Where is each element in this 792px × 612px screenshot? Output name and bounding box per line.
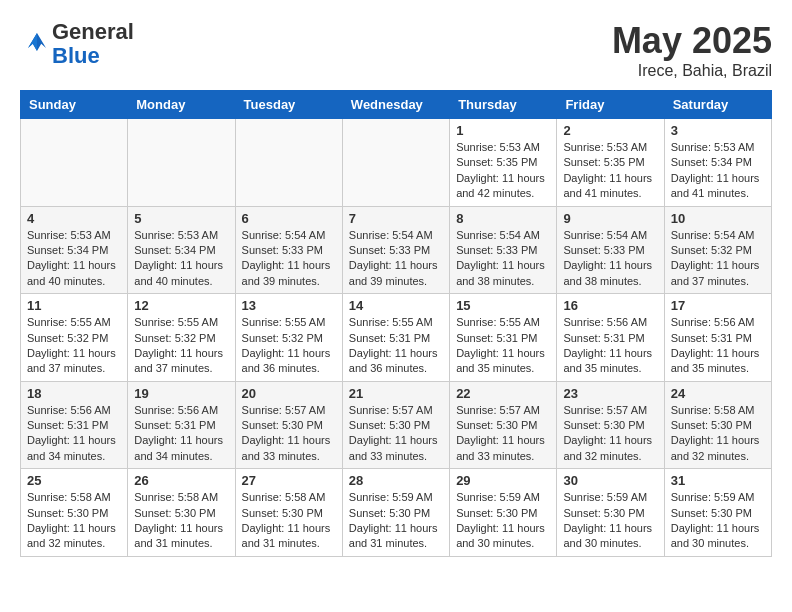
title-block: May 2025 Irece, Bahia, Brazil [612,20,772,80]
logo-icon [22,27,52,57]
calendar-week-1: 1Sunrise: 5:53 AMSunset: 5:35 PMDaylight… [21,119,772,207]
day-info: Sunrise: 5:57 AMSunset: 5:30 PMDaylight:… [349,403,443,465]
day-number: 14 [349,298,443,313]
day-info: Sunrise: 5:54 AMSunset: 5:33 PMDaylight:… [349,228,443,290]
calendar-header-sunday: Sunday [21,91,128,119]
day-number: 24 [671,386,765,401]
day-info: Sunrise: 5:57 AMSunset: 5:30 PMDaylight:… [563,403,657,465]
calendar-header-friday: Friday [557,91,664,119]
calendar-cell: 4Sunrise: 5:53 AMSunset: 5:34 PMDaylight… [21,206,128,294]
day-number: 22 [456,386,550,401]
day-number: 26 [134,473,228,488]
calendar-cell: 16Sunrise: 5:56 AMSunset: 5:31 PMDayligh… [557,294,664,382]
calendar-cell: 21Sunrise: 5:57 AMSunset: 5:30 PMDayligh… [342,381,449,469]
day-number: 28 [349,473,443,488]
calendar-cell [21,119,128,207]
day-info: Sunrise: 5:59 AMSunset: 5:30 PMDaylight:… [671,490,765,552]
day-number: 8 [456,211,550,226]
day-info: Sunrise: 5:55 AMSunset: 5:32 PMDaylight:… [134,315,228,377]
calendar-cell: 31Sunrise: 5:59 AMSunset: 5:30 PMDayligh… [664,469,771,557]
logo: General Blue [20,20,134,68]
calendar-cell [235,119,342,207]
logo-blue-text: Blue [52,43,100,68]
day-number: 7 [349,211,443,226]
calendar-cell: 25Sunrise: 5:58 AMSunset: 5:30 PMDayligh… [21,469,128,557]
calendar-cell: 29Sunrise: 5:59 AMSunset: 5:30 PMDayligh… [450,469,557,557]
calendar-header-thursday: Thursday [450,91,557,119]
day-info: Sunrise: 5:55 AMSunset: 5:31 PMDaylight:… [349,315,443,377]
calendar-week-5: 25Sunrise: 5:58 AMSunset: 5:30 PMDayligh… [21,469,772,557]
calendar-header-monday: Monday [128,91,235,119]
day-info: Sunrise: 5:59 AMSunset: 5:30 PMDaylight:… [563,490,657,552]
calendar-subtitle: Irece, Bahia, Brazil [612,62,772,80]
calendar-cell: 17Sunrise: 5:56 AMSunset: 5:31 PMDayligh… [664,294,771,382]
day-number: 5 [134,211,228,226]
day-info: Sunrise: 5:54 AMSunset: 5:32 PMDaylight:… [671,228,765,290]
calendar-cell [342,119,449,207]
calendar-title: May 2025 [612,20,772,62]
day-number: 4 [27,211,121,226]
day-info: Sunrise: 5:54 AMSunset: 5:33 PMDaylight:… [242,228,336,290]
calendar-cell: 19Sunrise: 5:56 AMSunset: 5:31 PMDayligh… [128,381,235,469]
calendar-cell [128,119,235,207]
day-number: 27 [242,473,336,488]
calendar-cell: 14Sunrise: 5:55 AMSunset: 5:31 PMDayligh… [342,294,449,382]
day-number: 19 [134,386,228,401]
calendar-cell: 24Sunrise: 5:58 AMSunset: 5:30 PMDayligh… [664,381,771,469]
day-number: 25 [27,473,121,488]
day-info: Sunrise: 5:56 AMSunset: 5:31 PMDaylight:… [563,315,657,377]
day-number: 9 [563,211,657,226]
day-number: 31 [671,473,765,488]
calendar-cell: 3Sunrise: 5:53 AMSunset: 5:34 PMDaylight… [664,119,771,207]
day-number: 17 [671,298,765,313]
day-number: 1 [456,123,550,138]
day-info: Sunrise: 5:56 AMSunset: 5:31 PMDaylight:… [134,403,228,465]
calendar-cell: 27Sunrise: 5:58 AMSunset: 5:30 PMDayligh… [235,469,342,557]
calendar-cell: 11Sunrise: 5:55 AMSunset: 5:32 PMDayligh… [21,294,128,382]
day-info: Sunrise: 5:58 AMSunset: 5:30 PMDaylight:… [134,490,228,552]
calendar-cell: 26Sunrise: 5:58 AMSunset: 5:30 PMDayligh… [128,469,235,557]
day-info: Sunrise: 5:55 AMSunset: 5:32 PMDaylight:… [242,315,336,377]
day-number: 2 [563,123,657,138]
calendar-cell: 28Sunrise: 5:59 AMSunset: 5:30 PMDayligh… [342,469,449,557]
day-info: Sunrise: 5:54 AMSunset: 5:33 PMDaylight:… [563,228,657,290]
calendar-cell: 6Sunrise: 5:54 AMSunset: 5:33 PMDaylight… [235,206,342,294]
calendar-cell: 10Sunrise: 5:54 AMSunset: 5:32 PMDayligh… [664,206,771,294]
day-info: Sunrise: 5:55 AMSunset: 5:32 PMDaylight:… [27,315,121,377]
day-info: Sunrise: 5:58 AMSunset: 5:30 PMDaylight:… [242,490,336,552]
day-number: 15 [456,298,550,313]
day-info: Sunrise: 5:57 AMSunset: 5:30 PMDaylight:… [242,403,336,465]
calendar-cell: 2Sunrise: 5:53 AMSunset: 5:35 PMDaylight… [557,119,664,207]
day-info: Sunrise: 5:54 AMSunset: 5:33 PMDaylight:… [456,228,550,290]
day-number: 29 [456,473,550,488]
calendar-header-tuesday: Tuesday [235,91,342,119]
svg-marker-1 [28,33,37,51]
day-info: Sunrise: 5:55 AMSunset: 5:31 PMDaylight:… [456,315,550,377]
day-number: 23 [563,386,657,401]
day-number: 10 [671,211,765,226]
calendar-cell: 20Sunrise: 5:57 AMSunset: 5:30 PMDayligh… [235,381,342,469]
day-number: 13 [242,298,336,313]
calendar-cell: 13Sunrise: 5:55 AMSunset: 5:32 PMDayligh… [235,294,342,382]
day-info: Sunrise: 5:59 AMSunset: 5:30 PMDaylight:… [349,490,443,552]
day-info: Sunrise: 5:58 AMSunset: 5:30 PMDaylight:… [27,490,121,552]
day-info: Sunrise: 5:53 AMSunset: 5:34 PMDaylight:… [134,228,228,290]
calendar-cell: 23Sunrise: 5:57 AMSunset: 5:30 PMDayligh… [557,381,664,469]
day-number: 30 [563,473,657,488]
day-number: 16 [563,298,657,313]
day-info: Sunrise: 5:53 AMSunset: 5:34 PMDaylight:… [27,228,121,290]
calendar-table: SundayMondayTuesdayWednesdayThursdayFrid… [20,90,772,557]
day-info: Sunrise: 5:56 AMSunset: 5:31 PMDaylight:… [27,403,121,465]
calendar-cell: 9Sunrise: 5:54 AMSunset: 5:33 PMDaylight… [557,206,664,294]
calendar-cell: 15Sunrise: 5:55 AMSunset: 5:31 PMDayligh… [450,294,557,382]
day-number: 21 [349,386,443,401]
day-info: Sunrise: 5:58 AMSunset: 5:30 PMDaylight:… [671,403,765,465]
calendar-week-3: 11Sunrise: 5:55 AMSunset: 5:32 PMDayligh… [21,294,772,382]
calendar-cell: 22Sunrise: 5:57 AMSunset: 5:30 PMDayligh… [450,381,557,469]
calendar-header-wednesday: Wednesday [342,91,449,119]
calendar-cell: 5Sunrise: 5:53 AMSunset: 5:34 PMDaylight… [128,206,235,294]
day-number: 11 [27,298,121,313]
header: General Blue May 2025 Irece, Bahia, Braz… [20,20,772,80]
day-info: Sunrise: 5:53 AMSunset: 5:35 PMDaylight:… [456,140,550,202]
calendar-cell: 7Sunrise: 5:54 AMSunset: 5:33 PMDaylight… [342,206,449,294]
